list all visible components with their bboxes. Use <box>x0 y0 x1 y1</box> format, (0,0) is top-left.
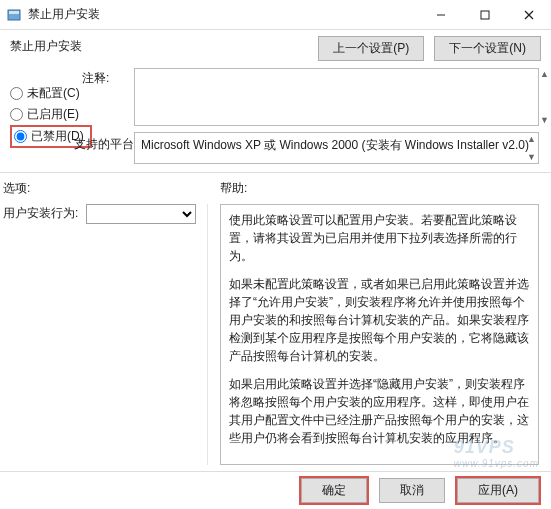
comment-scroll: ▲ ▼ <box>540 70 549 124</box>
help-section-label: 帮助: <box>220 180 247 197</box>
help-area: 使用此策略设置可以配置用户安装。若要配置此策略设置，请将其设置为已启用并使用下拉… <box>220 204 539 465</box>
bottom-bar: 确定 取消 应用(A) <box>0 471 551 509</box>
radio-not-configured-input[interactable] <box>10 87 23 100</box>
caret-up-icon: ▲ <box>527 135 536 143</box>
app-icon <box>6 7 22 23</box>
caret-down-icon: ▼ <box>540 116 549 124</box>
radio-not-configured-label: 未配置(C) <box>27 85 80 102</box>
setting-nav: 上一个设置(P) 下一个设置(N) <box>318 36 541 61</box>
radio-enabled-label: 已启用(E) <box>27 106 79 123</box>
prev-setting-button[interactable]: 上一个设置(P) <box>318 36 424 61</box>
caret-up-icon: ▲ <box>540 70 549 78</box>
options-section-label: 选项: <box>3 180 30 197</box>
maximize-button[interactable] <box>463 0 507 30</box>
caret-down-icon: ▼ <box>527 153 536 161</box>
help-paragraph: 使用此策略设置可以配置用户安装。若要配置此策略设置，请将其设置为已启用并使用下拉… <box>229 211 530 265</box>
highlight-ok-button: 确定 <box>299 476 369 505</box>
comment-textarea[interactable] <box>134 68 539 126</box>
svg-rect-3 <box>481 11 489 19</box>
cancel-button[interactable]: 取消 <box>379 478 445 503</box>
ok-button[interactable]: 确定 <box>301 478 367 503</box>
behavior-label: 用户安装行为: <box>3 205 78 222</box>
platform-scroll: ▲ ▼ <box>527 135 536 161</box>
next-setting-button[interactable]: 下一个设置(N) <box>434 36 541 61</box>
minimize-button[interactable] <box>419 0 463 30</box>
help-paragraph: 如果未配置此策略设置，或者如果已启用此策略设置并选择了“允许用户安装”，则安装程… <box>229 275 530 365</box>
help-paragraph: 如果启用此策略设置并选择“隐藏用户安装”，则安装程序将忽略按照每个用户安装的应用… <box>229 375 530 447</box>
svg-rect-1 <box>9 11 19 14</box>
platform-box: Microsoft Windows XP 或 Windows 2000 (安装有… <box>134 132 539 164</box>
close-button[interactable] <box>507 0 551 30</box>
window-title: 禁止用户安装 <box>28 6 419 23</box>
platform-label: 支持的平台: <box>74 136 137 153</box>
comment-label: 注释: <box>82 70 109 87</box>
titlebar: 禁止用户安装 <box>0 0 551 30</box>
divider <box>0 172 551 173</box>
radio-enabled-input[interactable] <box>10 108 23 121</box>
apply-button[interactable]: 应用(A) <box>457 478 539 503</box>
radio-disabled-input[interactable] <box>14 130 27 143</box>
highlight-apply-button: 应用(A) <box>455 476 541 505</box>
options-area: 用户安装行为: <box>3 204 208 465</box>
behavior-select[interactable] <box>86 204 196 224</box>
platform-text: Microsoft Windows XP 或 Windows 2000 (安装有… <box>141 138 529 152</box>
